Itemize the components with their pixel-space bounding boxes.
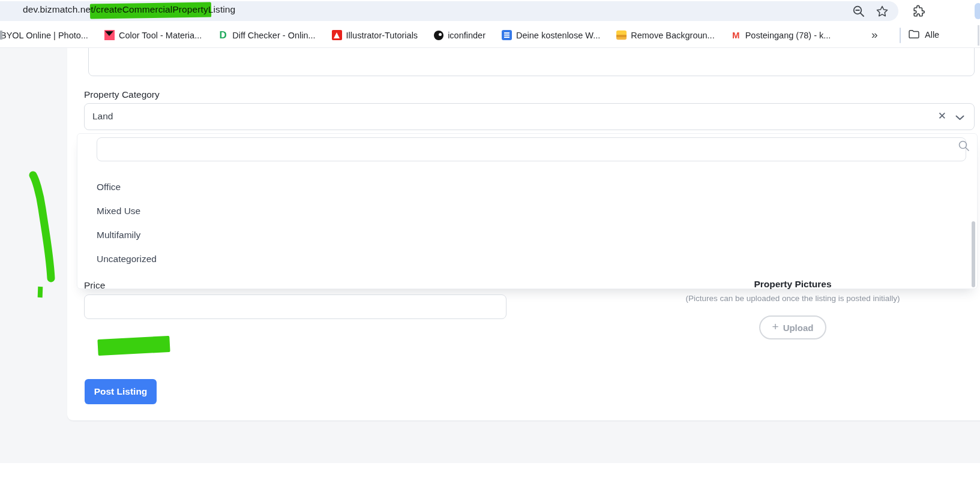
selected-category-value: Land <box>92 111 113 122</box>
dropdown-option[interactable]: Multifamily <box>97 230 140 241</box>
bookmark-item[interactable]: iconfinder <box>434 31 485 40</box>
bookmark-label: Posteingang (78) - k... <box>745 31 831 40</box>
bookmark-item[interactable]: Illustrator-Tutorials <box>332 30 418 40</box>
bookmarks-overflow-chevron[interactable]: » <box>871 28 878 41</box>
bookmarks-divider <box>900 28 901 43</box>
bookmark-label: BYOL Online | Photo... <box>1 31 88 40</box>
bookmark-label: Color Tool - Materia... <box>119 31 202 40</box>
property-pictures-note: (Pictures can be uploaded once the listi… <box>516 294 980 303</box>
dropdown-option[interactable]: Uncategorized <box>97 254 157 264</box>
upload-button-label: Upload <box>783 323 814 333</box>
upload-button[interactable]: + Upload <box>759 315 826 339</box>
dropdown-option[interactable]: Office <box>97 182 121 193</box>
page-footer: BizMatch® BizMatch, Inc., 1001 Blucher S… <box>0 463 980 496</box>
folder-icon[interactable] <box>908 28 920 40</box>
bookmark-star-icon[interactable] <box>875 4 889 19</box>
price-input[interactable] <box>84 294 507 319</box>
dropdown-option[interactable]: Mixed Use <box>97 206 140 217</box>
bookmarks-list: BYOL Online | Photo...Color Tool - Mater… <box>0 30 831 40</box>
post-listing-button[interactable]: Post Listing <box>85 379 157 404</box>
extensions-puzzle-icon[interactable] <box>912 4 926 19</box>
zoom-out-icon[interactable] <box>852 4 866 19</box>
green-marker-stroke <box>0 48 72 312</box>
favicon-fragment-icon <box>0 31 2 40</box>
diff-checker-icon: D <box>218 30 228 40</box>
chevron-down-icon[interactable] <box>955 115 964 121</box>
bookmark-item[interactable]: BYOL Online | Photo... <box>0 31 88 40</box>
property-category-label: Property Category <box>84 89 160 100</box>
browser-chrome: dev.bizmatch.net/createCommercialPropert… <box>0 0 980 48</box>
profile-avatar-edge[interactable] <box>975 3 980 19</box>
bookmark-label: Illustrator-Tutorials <box>346 31 418 40</box>
clear-selection-icon[interactable]: ✕ <box>938 110 946 122</box>
description-field-partial[interactable] <box>88 48 975 76</box>
category-search-input[interactable] <box>97 137 966 161</box>
green-marker-highlight-url <box>90 2 211 19</box>
layers-icon <box>616 31 627 40</box>
dropdown-scrollbar[interactable] <box>972 221 975 287</box>
category-dropdown-panel: OfficeMixed UseMultifamilyUncategorized <box>77 133 978 289</box>
color-tool-icon <box>104 30 115 40</box>
property-category-select[interactable]: Land ✕ <box>84 103 975 130</box>
page-background: Property Category Land ✕ OfficeMixed Use… <box>0 48 980 496</box>
gmail-icon: M <box>731 30 741 40</box>
bookmark-item[interactable]: Remove Backgroun... <box>616 30 714 40</box>
plus-icon: + <box>772 320 779 333</box>
bookmark-item[interactable]: Deine kostenlose W... <box>502 30 600 40</box>
browser-window: Property Category Land ✕ OfficeMixed Use… <box>0 0 980 496</box>
illustrator-icon <box>332 30 342 40</box>
bookmark-label: Deine kostenlose W... <box>516 31 600 40</box>
bookmark-item[interactable]: Color Tool - Materia... <box>104 30 202 40</box>
price-label: Price <box>84 280 105 291</box>
bookmark-item[interactable]: DDiff Checker - Onlin... <box>218 30 315 40</box>
window-edge <box>978 25 979 46</box>
green-marker-highlight-option <box>97 336 170 356</box>
bookmark-label: iconfinder <box>448 31 485 40</box>
iconfinder-icon <box>434 31 443 40</box>
search-icon <box>958 140 970 152</box>
property-pictures-section: Property Pictures (Pictures can be uploa… <box>516 279 980 339</box>
property-pictures-title: Property Pictures <box>516 279 980 290</box>
bookmark-label: Remove Backgroun... <box>631 31 714 40</box>
listing-form-card: Property Category Land ✕ OfficeMixed Use… <box>67 48 980 421</box>
bookmark-item[interactable]: MPosteingang (78) - k... <box>731 30 831 40</box>
doc-icon <box>502 30 512 40</box>
all-bookmarks-label[interactable]: Alle <box>925 30 939 40</box>
bookmark-label: Diff Checker - Onlin... <box>232 31 315 40</box>
omnibox-row: dev.bizmatch.net/createCommercialPropert… <box>0 0 980 23</box>
bookmarks-bar: BYOL Online | Photo...Color Tool - Mater… <box>0 23 980 48</box>
